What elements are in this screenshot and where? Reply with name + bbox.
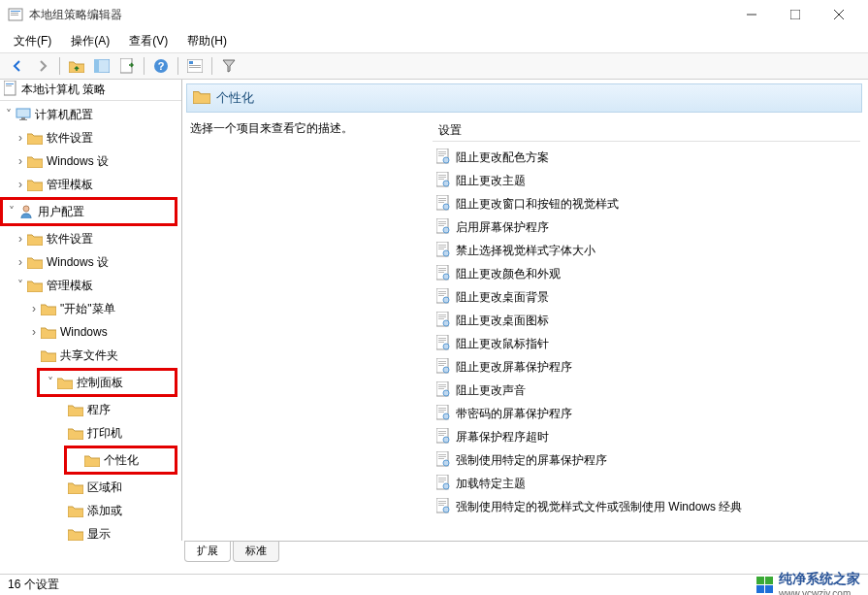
svg-point-88 <box>443 437 449 443</box>
expand-icon[interactable]: › <box>14 232 27 246</box>
status-bar: 16 个设置 纯净系统之家 www.ycwzjy.com <box>0 574 868 595</box>
tree-node-user-config[interactable]: ˅ 用户配置 <box>3 200 175 223</box>
svg-rect-9 <box>94 59 99 73</box>
content-body: 选择一个项目来查看它的描述。 设置 阻止更改配色方案阻止更改主题阻止更改窗口和按… <box>182 113 868 541</box>
svg-rect-22 <box>19 119 27 120</box>
up-button[interactable] <box>65 55 88 77</box>
expand-icon[interactable]: › <box>27 325 41 339</box>
expand-icon[interactable]: › <box>14 255 27 269</box>
tree-node-shared-folders[interactable]: 共享文件夹 <box>0 344 181 367</box>
setting-icon <box>436 265 450 283</box>
list-item[interactable]: 强制使用特定的屏幕保护程序 <box>433 448 860 472</box>
tree-node-display[interactable]: 显示 <box>0 522 181 541</box>
maximize-button[interactable] <box>773 1 817 28</box>
list-item[interactable]: 阻止更改窗口和按钮的视觉样式 <box>433 192 860 215</box>
tree-node-software[interactable]: › 软件设置 <box>0 227 181 250</box>
list-item[interactable]: 阻止更改配色方案 <box>433 146 860 169</box>
expand-icon[interactable]: › <box>14 178 27 191</box>
setting-icon <box>436 381 450 400</box>
expand-icon[interactable]: › <box>27 302 41 315</box>
column-header-setting[interactable]: 设置 <box>433 120 860 142</box>
tree-node-regional[interactable]: 区域和 <box>0 476 181 499</box>
list-item[interactable]: 阻止更改声音 <box>433 379 860 402</box>
svg-rect-3 <box>11 15 18 16</box>
tab-extended[interactable]: 扩展 <box>184 542 231 562</box>
minimize-button[interactable] <box>729 1 773 28</box>
tree-label: 区域和 <box>87 479 122 496</box>
close-button[interactable] <box>817 1 860 28</box>
setting-icon <box>436 335 450 353</box>
svg-rect-77 <box>438 388 444 389</box>
list-item[interactable]: 阻止更改屏幕保护程序 <box>433 355 860 379</box>
svg-rect-66 <box>438 340 446 341</box>
svg-rect-52 <box>438 272 444 273</box>
tree-node-personalization[interactable]: 个性化 <box>67 448 175 472</box>
list-item-label: 强制使用特定的屏幕保护程序 <box>456 452 607 469</box>
tab-standard[interactable]: 标准 <box>233 542 279 562</box>
tree-node-windows-comp[interactable]: › Windows <box>0 320 181 344</box>
list-item[interactable]: 阻止更改桌面背景 <box>433 285 860 309</box>
menu-view[interactable]: 查看(V) <box>119 30 177 52</box>
svg-rect-55 <box>438 291 446 292</box>
list-item[interactable]: 阻止更改主题 <box>433 169 860 192</box>
list-item[interactable]: 屏幕保护程序超时 <box>433 425 860 448</box>
tree-node-software[interactable]: › 软件设置 <box>0 126 181 149</box>
collapse-icon[interactable]: ˅ <box>14 279 27 292</box>
list-item[interactable]: 加载特定主题 <box>433 472 860 495</box>
filter-button[interactable] <box>217 55 241 77</box>
collapse-icon[interactable]: ˅ <box>44 376 57 389</box>
list-item-label: 加载特定主题 <box>456 476 526 492</box>
tree-node-admin-templates[interactable]: › 管理模板 <box>0 173 181 196</box>
properties-button[interactable] <box>183 55 207 77</box>
tree-label: 添加或 <box>87 503 122 519</box>
menu-help[interactable]: 帮助(H) <box>177 30 237 52</box>
tree-label: 程序 <box>87 402 111 418</box>
show-hide-tree-button[interactable] <box>90 55 113 77</box>
forward-button[interactable] <box>31 55 54 77</box>
folder-icon <box>68 528 83 541</box>
list-item-label: 阻止更改屏幕保护程序 <box>456 359 572 376</box>
content-panel: 个性化 选择一个项目来查看它的描述。 设置 阻止更改配色方案阻止更改主题阻止更改… <box>182 80 868 541</box>
folder-icon <box>68 505 83 517</box>
tree-node-start-menu[interactable]: › "开始"菜单 <box>0 297 181 320</box>
tree-label: Windows <box>60 325 108 339</box>
description-column: 选择一个项目来查看它的描述。 <box>190 120 433 541</box>
list-item[interactable]: 禁止选择视觉样式字体大小 <box>433 239 860 262</box>
tree-node-printers[interactable]: 打印机 <box>0 421 181 445</box>
list-item[interactable]: 启用屏幕保护程序 <box>433 215 860 239</box>
expand-icon[interactable]: › <box>14 154 27 168</box>
tree-node-windows-settings[interactable]: › Windows 设 <box>0 149 181 173</box>
list-item-label: 阻止更改鼠标指针 <box>456 336 549 352</box>
tree-node-add-or[interactable]: 添加或 <box>0 499 181 522</box>
menu-action[interactable]: 操作(A) <box>61 30 119 52</box>
collapse-icon[interactable]: ˅ <box>2 108 16 121</box>
export-button[interactable] <box>115 55 139 77</box>
folder-icon <box>68 404 83 416</box>
svg-point-93 <box>443 460 449 466</box>
svg-rect-85 <box>438 431 446 432</box>
list-item[interactable]: 带密码的屏幕保护程序 <box>433 402 860 425</box>
tree-node-control-panel[interactable]: ˅ 控制面板 <box>40 371 175 394</box>
toolbar-separator <box>211 57 212 75</box>
tree-label: 显示 <box>87 526 111 542</box>
menu-file[interactable]: 文件(F) <box>4 30 61 52</box>
tree-node-admin-templates[interactable]: ˅ 管理模板 <box>0 274 181 297</box>
tree-node-programs[interactable]: 程序 <box>0 398 181 421</box>
collapse-icon[interactable]: ˅ <box>5 205 18 218</box>
back-button[interactable] <box>6 55 29 77</box>
tree-node-computer-config[interactable]: ˅ 计算机配置 <box>0 103 181 126</box>
expand-icon[interactable]: › <box>14 131 27 145</box>
tree-node-windows-settings[interactable]: › Windows 设 <box>0 250 181 274</box>
list-item[interactable]: 阻止更改鼠标指针 <box>433 332 860 355</box>
svg-rect-5 <box>790 10 800 19</box>
svg-rect-80 <box>438 408 446 409</box>
svg-rect-71 <box>438 363 446 364</box>
svg-rect-82 <box>438 412 444 413</box>
help-button[interactable]: ? <box>149 55 173 77</box>
list-item[interactable]: 强制使用特定的视觉样式文件或强制使用 Windows 经典 <box>433 495 860 518</box>
list-item[interactable]: 阻止更改颜色和外观 <box>433 262 860 285</box>
svg-rect-60 <box>438 314 446 315</box>
list-item[interactable]: 阻止更改桌面图标 <box>433 309 860 332</box>
svg-rect-40 <box>438 221 446 222</box>
svg-rect-101 <box>438 503 446 504</box>
